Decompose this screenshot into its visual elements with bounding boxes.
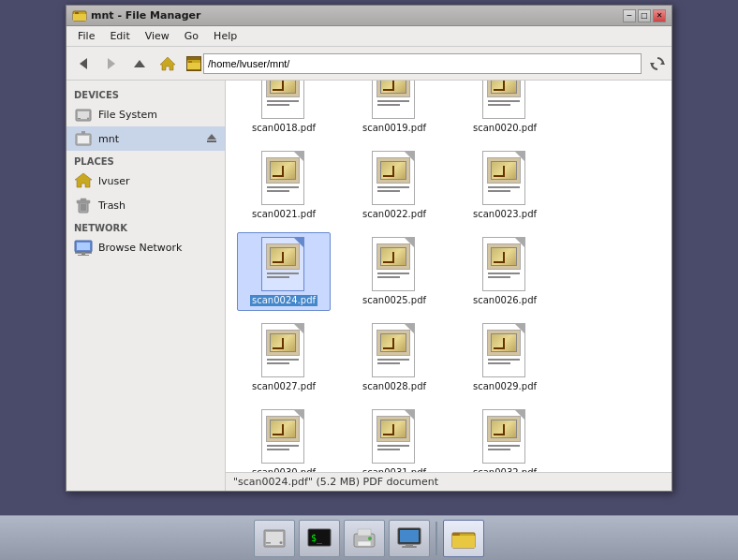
file-name: scan0023.pdf [473,209,537,220]
title-bar-left: mnt - File Manager [72,8,201,23]
file-item-scan0025[interactable]: scan0025.pdf [347,232,441,311]
file-item-scan0023[interactable]: scan0023.pdf [458,146,552,225]
pdf-file-icon [372,237,417,293]
svg-rect-49 [452,533,460,536]
close-button[interactable]: ✕ [653,9,666,22]
file-item-scan0019[interactable]: scan0019.pdf [347,81,441,139]
refresh-icon [650,56,665,71]
svg-rect-29 [77,243,90,250]
taskbar-display-icon [396,525,422,552]
file-name: scan0024.pdf [250,295,317,306]
maximize-button[interactable]: □ [638,9,651,22]
file-item-scan0018[interactable]: scan0018.pdf [237,81,331,139]
taskbar-printers-button[interactable] [344,520,385,557]
up-button[interactable] [126,51,153,77]
file-item-scan0028[interactable]: scan0028.pdf [347,318,441,397]
menu-edit[interactable]: Edit [102,28,137,44]
menu-file[interactable]: File [70,28,102,44]
sidebar-item-lvuser[interactable]: lvuser [66,169,225,193]
file-name: scan0028.pdf [362,381,426,392]
folder-small-icon [187,57,200,70]
sidebar-item-trash[interactable]: Trash [66,193,225,217]
forward-button[interactable] [98,51,125,77]
file-item-scan0032[interactable]: scan0032.pdf [458,405,552,472]
back-button[interactable] [70,51,96,77]
pdf-file-icon [482,237,527,293]
menu-help[interactable]: Help [206,28,244,44]
file-area: scan0018.pdf scan0019.pdf [226,81,672,491]
file-name: scan0020.pdf [473,123,537,134]
svg-marker-5 [134,60,145,67]
file-name: scan0022.pdf [362,209,426,220]
svg-rect-20 [207,140,216,142]
taskbar-files-button[interactable] [254,520,295,557]
window-controls: ─ □ ✕ [623,9,666,22]
title-bar: mnt - File Manager ─ □ ✕ [66,6,672,26]
file-item-scan0024[interactable]: scan0024.pdf [237,232,331,311]
file-item-scan0022[interactable]: scan0022.pdf [347,146,441,225]
svg-rect-23 [77,200,90,203]
sidebar-item-browse-network[interactable]: Browse Network [66,235,225,259]
svg-rect-45 [406,544,413,546]
svg-rect-35 [266,542,271,544]
svg-rect-24 [81,199,86,200]
menu-view[interactable]: View [138,28,177,44]
svg-rect-31 [81,252,85,255]
pdf-file-icon [261,81,306,121]
network-icon [74,238,93,257]
address-bar [186,53,642,74]
file-name: scan0018.pdf [252,123,316,134]
pdf-file-icon [372,409,417,465]
menu-go[interactable]: Go [177,28,206,44]
taskbar-display-button[interactable] [389,520,430,557]
trash-label: Trash [98,199,125,212]
pdf-file-icon [482,81,527,121]
mnt-icon [74,129,93,148]
pdf-file-icon [372,323,417,379]
file-item-scan0026[interactable]: scan0026.pdf [458,232,552,311]
file-item-scan0020[interactable]: scan0020.pdf [458,81,552,139]
window-title: mnt - File Manager [91,9,201,22]
eject-icon [206,133,217,144]
home-button[interactable] [155,51,181,77]
svg-marker-21 [75,173,92,187]
pdf-file-icon [261,151,306,207]
taskbar-folder-button[interactable] [443,520,484,557]
taskbar-printers-icon [351,525,377,552]
home-icon [158,54,177,73]
pdf-file-icon [482,323,527,379]
status-text: "scan0024.pdf" (5.2 MB) PDF document [233,476,438,488]
file-item-scan0030[interactable]: scan0030.pdf [237,405,331,472]
file-grid-container[interactable]: scan0018.pdf scan0019.pdf [226,81,672,472]
file-name: scan0029.pdf [473,381,537,392]
file-item-scan0029[interactable]: scan0029.pdf [458,318,552,397]
svg-point-42 [368,537,372,540]
svg-rect-8 [187,63,200,69]
svg-rect-18 [81,131,85,134]
pdf-file-icon [261,237,306,293]
back-icon [74,54,93,73]
svg-rect-48 [452,536,475,548]
minimize-button[interactable]: ─ [623,9,636,22]
filesystem-icon [74,105,93,124]
pdf-file-icon [261,323,306,379]
address-input[interactable] [203,53,642,74]
file-item-scan0021[interactable]: scan0021.pdf [237,146,331,225]
status-bar: "scan0024.pdf" (5.2 MB) PDF document [226,472,672,491]
svg-marker-4 [108,58,115,69]
svg-rect-2 [75,12,79,14]
sidebar-item-mnt[interactable]: mnt [66,126,225,151]
file-item-scan0027[interactable]: scan0027.pdf [237,318,331,397]
svg-rect-14 [78,118,81,119]
svg-rect-9 [188,61,192,63]
trash-icon [74,196,93,214]
taskbar-terminal-button[interactable]: $_ [299,520,340,557]
sidebar-item-filesystem[interactable]: File System [66,102,225,126]
file-item-scan0031[interactable]: scan0031.pdf [347,405,441,472]
pdf-file-icon [372,81,417,121]
file-name: scan0026.pdf [473,295,537,306]
svg-marker-6 [160,57,175,70]
section-network: NETWORK [66,217,225,235]
refresh-button[interactable] [647,53,668,74]
up-icon [130,54,149,73]
